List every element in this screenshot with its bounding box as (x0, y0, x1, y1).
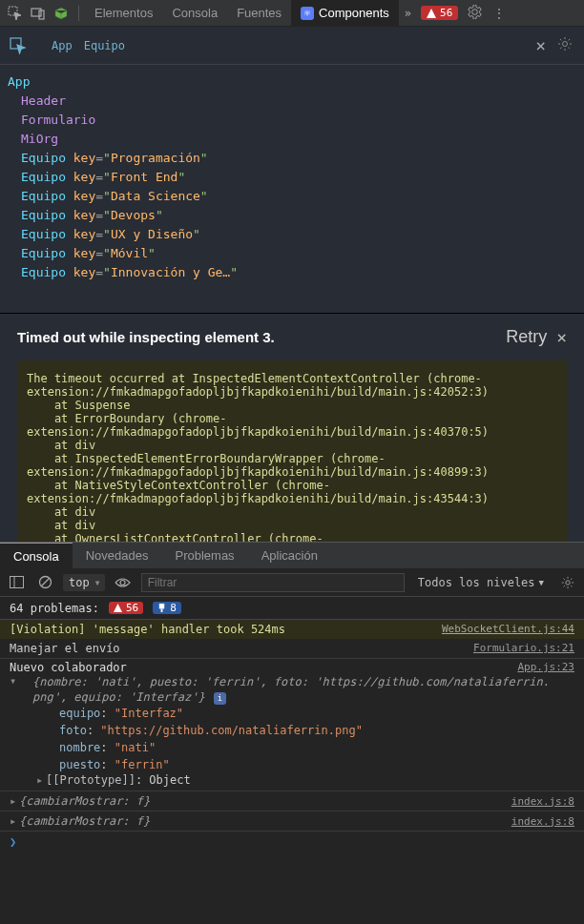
tab-elementos[interactable]: Elementos (85, 0, 162, 27)
svg-line-8 (41, 579, 49, 586)
component-breadcrumb-bar: App Equipo × (0, 27, 584, 65)
expand-icon[interactable]: ▸ (10, 794, 19, 808)
drawer-tab-consola[interactable]: Consola (0, 543, 73, 569)
problems-summary: 64 problemas: 56 8 (0, 597, 584, 620)
error-panel: Timed out while inspecting element 3. Re… (0, 313, 584, 542)
tree-item[interactable]: Equipo key="Innovación y Ge…" (8, 263, 576, 282)
breadcrumb-app[interactable]: App (46, 39, 78, 52)
components-settings-icon[interactable] (553, 36, 576, 54)
more-tabs-icon[interactable]: » (399, 7, 417, 20)
source-link[interactable]: App.js:23 (517, 661, 574, 674)
devtools-toolbar: Elementos Consola Fuentes ⚛ Components »… (0, 0, 584, 27)
source-link[interactable]: index.js:8 (511, 795, 574, 808)
tab-components-label: Components (319, 6, 389, 20)
tab-consola[interactable]: Consola (162, 0, 227, 27)
console-row[interactable]: ▸{cambiarMostrar: f} index.js:8 (0, 791, 584, 811)
tree-item[interactable]: Equipo key="Devops" (8, 206, 576, 225)
svg-rect-11 (159, 604, 164, 608)
problems-label: 64 problemas: (10, 602, 99, 615)
react-icon: ⚛ (301, 7, 314, 20)
info-badge[interactable]: 8 (153, 602, 181, 614)
sidebar-toggle-icon[interactable] (6, 572, 27, 593)
clear-console-icon[interactable] (34, 572, 55, 593)
tab-fuentes[interactable]: Fuentes (227, 0, 291, 27)
device-toolbar-icon[interactable] (27, 2, 50, 25)
expand-icon[interactable]: ▸ (10, 814, 19, 828)
error-stack: The timeout occurred at InspectedElement… (17, 360, 567, 542)
error-badge[interactable]: 56 (109, 602, 143, 614)
tree-item[interactable]: Equipo key="Front End" (8, 168, 576, 187)
drawer-tabs: Consola Novedades Problemas Aplicación (0, 542, 584, 568)
console-row[interactable]: Manejar el envío Formulario.js:21 (0, 639, 584, 659)
kebab-menu-icon[interactable]: ⋮ (488, 7, 511, 20)
source-link[interactable]: Formulario.js:21 (473, 642, 574, 654)
console-row[interactable]: ▸{cambiarMostrar: f} index.js:8 (0, 811, 584, 832)
tree-item[interactable]: Header (8, 92, 576, 111)
console-settings-icon[interactable] (557, 572, 578, 593)
error-count-badge[interactable]: 56 (421, 6, 458, 20)
select-element-icon[interactable] (8, 35, 29, 56)
main-tab-bar: Elementos Consola Fuentes ⚛ Components (85, 0, 399, 27)
source-link[interactable]: WebSocketClient.js:44 (442, 623, 574, 635)
console-output: [Violation] 'message' handler took 524ms… (0, 620, 584, 852)
close-icon[interactable]: × (528, 35, 553, 55)
expand-icon[interactable]: ▾ (10, 674, 19, 688)
tab-components[interactable]: ⚛ Components (291, 0, 399, 27)
drawer-tab-aplicacion[interactable]: Aplicación (248, 543, 331, 569)
svg-point-4 (563, 42, 568, 47)
svg-point-10 (566, 580, 570, 584)
error-title: Timed out while inspecting element 3. (17, 329, 275, 345)
tree-item[interactable]: Equipo key="UX y Diseño" (8, 225, 576, 244)
console-row[interactable]: Nuevo colaborador App.js:23 ▾ {nombre: '… (0, 659, 584, 791)
info-icon[interactable]: i (214, 692, 226, 705)
settings-icon[interactable] (462, 5, 488, 22)
breadcrumb-equipo[interactable]: Equipo (78, 39, 131, 52)
console-row[interactable]: [Violation] 'message' handler took 524ms… (0, 620, 584, 639)
cube-icon[interactable] (50, 2, 73, 25)
svg-rect-12 (161, 608, 163, 612)
console-toolbar: top Todos los niveles ▼ (0, 568, 584, 597)
tree-item[interactable]: Formulario (8, 111, 576, 130)
svg-point-9 (120, 580, 125, 585)
filter-input[interactable] (141, 573, 405, 592)
error-count: 56 (440, 7, 452, 19)
retry-button[interactable]: Retry (506, 327, 547, 347)
live-expression-icon[interactable] (113, 572, 134, 593)
drawer-tab-problemas[interactable]: Problemas (161, 543, 247, 569)
log-levels-select[interactable]: Todos los niveles ▼ (412, 576, 550, 589)
drawer-tab-novedades[interactable]: Novedades (73, 543, 162, 569)
source-link[interactable]: index.js:8 (511, 815, 574, 828)
tree-root[interactable]: App (8, 72, 576, 92)
tree-item[interactable]: Equipo key="Móvil" (8, 244, 576, 263)
svg-rect-5 (10, 577, 23, 588)
tree-item[interactable]: Equipo key="Programación" (8, 149, 576, 168)
context-select[interactable]: top (63, 574, 105, 591)
expand-icon[interactable]: ▸ (36, 773, 46, 787)
error-close-icon[interactable]: × (556, 327, 567, 347)
tree-item[interactable]: MiOrg (8, 130, 576, 149)
tree-item[interactable]: Equipo key="Data Science" (8, 187, 576, 206)
console-prompt[interactable] (0, 832, 584, 852)
inspect-element-icon[interactable] (4, 2, 27, 25)
component-tree: App Header Formulario MiOrg Equipo key="… (0, 65, 584, 313)
